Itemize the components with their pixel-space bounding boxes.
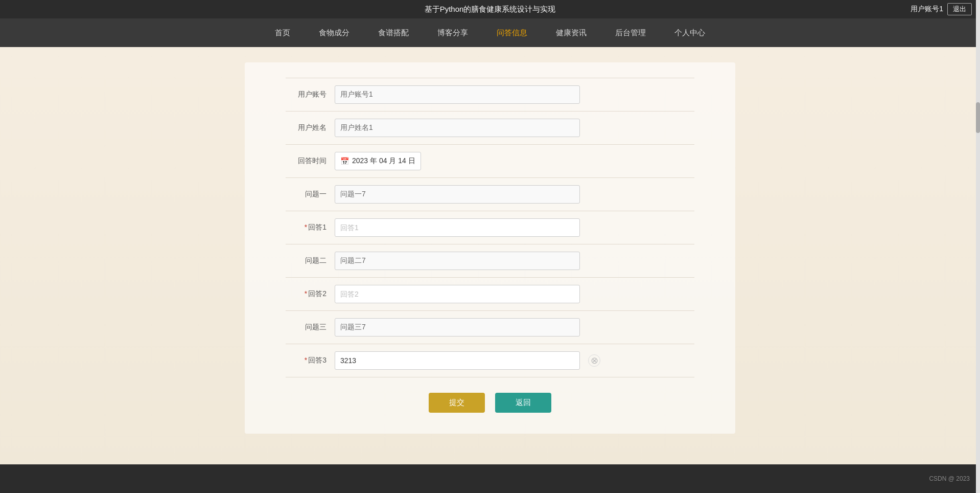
input-user-account[interactable] [335, 85, 580, 104]
input-answer3[interactable] [335, 351, 580, 370]
label-answer3: *回答3 [286, 356, 326, 365]
nav-item-admin[interactable]: 后台管理 [601, 18, 660, 47]
nav-item-ingredients[interactable]: 食物成分 [305, 18, 364, 47]
input-username[interactable] [335, 119, 580, 137]
row-answer2: *回答2 [286, 278, 694, 311]
nav-item-health[interactable]: 健康资讯 [542, 18, 601, 47]
label-question2: 问题二 [286, 256, 326, 265]
row-answer-time: 回答时间 📅 2023 年 04 月 14 日 [286, 145, 694, 178]
answer3-wrapper: ⊗ [335, 351, 580, 370]
row-username: 用户姓名 [286, 111, 694, 145]
row-answer1: *回答1 [286, 211, 694, 244]
date-value: 2023 年 04 月 14 日 [352, 156, 415, 166]
input-answer2[interactable] [335, 285, 580, 303]
label-question1: 问题一 [286, 190, 326, 199]
logout-button[interactable]: 退出 [947, 3, 972, 15]
required-mark-1: * [305, 223, 307, 231]
form-container: 用户账号 用户姓名 回答时间 📅 2023 年 04 月 14 日 问题一 *回… [245, 62, 735, 434]
row-user-account: 用户账号 [286, 78, 694, 111]
calendar-icon: 📅 [340, 157, 349, 165]
nav-items: 首页 食物成分 食谱搭配 博客分享 问答信息 健康资讯 后台管理 个人中心 [261, 18, 719, 47]
user-area: 用户账号1 退出 [911, 3, 972, 15]
row-question3: 问题三 [286, 311, 694, 344]
nav-item-share[interactable]: 博客分享 [423, 18, 482, 47]
back-button[interactable]: 返回 [495, 393, 551, 413]
input-question2[interactable] [335, 252, 580, 270]
footer: CSDN @ 2023 [0, 464, 980, 493]
clear-icon[interactable]: ⊗ [588, 354, 600, 367]
nav-item-recipe[interactable]: 食谱搭配 [364, 18, 423, 47]
main-content: 用户账号 用户姓名 回答时间 📅 2023 年 04 月 14 日 问题一 *回… [0, 47, 980, 464]
scrollbar[interactable] [976, 0, 980, 493]
required-mark-3: * [305, 356, 307, 364]
input-question3[interactable] [335, 318, 580, 337]
top-bar: 基于Python的膳食健康系统设计与实现 用户账号1 退出 [0, 0, 980, 18]
nav-item-home[interactable]: 首页 [261, 18, 305, 47]
footer-text: CSDN @ 2023 [929, 475, 970, 482]
nav-item-profile[interactable]: 个人中心 [660, 18, 719, 47]
input-question1[interactable] [335, 185, 580, 204]
label-answer2: *回答2 [286, 289, 326, 299]
label-answer-time: 回答时间 [286, 156, 326, 166]
date-picker[interactable]: 📅 2023 年 04 月 14 日 [335, 152, 421, 170]
button-row: 提交 返回 [286, 393, 694, 413]
nav-bar: 首页 食物成分 食谱搭配 博客分享 问答信息 健康资讯 后台管理 个人中心 [0, 18, 980, 47]
required-mark-2: * [305, 289, 307, 298]
label-answer1: *回答1 [286, 223, 326, 232]
label-username: 用户姓名 [286, 123, 326, 132]
row-question1: 问题一 [286, 178, 694, 211]
row-question2: 问题二 [286, 244, 694, 278]
input-answer1[interactable] [335, 218, 580, 237]
nav-item-qa[interactable]: 问答信息 [482, 18, 542, 47]
scrollbar-thumb[interactable] [976, 102, 980, 133]
row-answer3: *回答3 ⊗ [286, 344, 694, 377]
user-account-label: 用户账号1 [911, 5, 943, 14]
label-user-account: 用户账号 [286, 90, 326, 99]
submit-button[interactable]: 提交 [429, 393, 485, 413]
app-title: 基于Python的膳食健康系统设计与实现 [425, 5, 556, 14]
label-question3: 问题三 [286, 323, 326, 332]
